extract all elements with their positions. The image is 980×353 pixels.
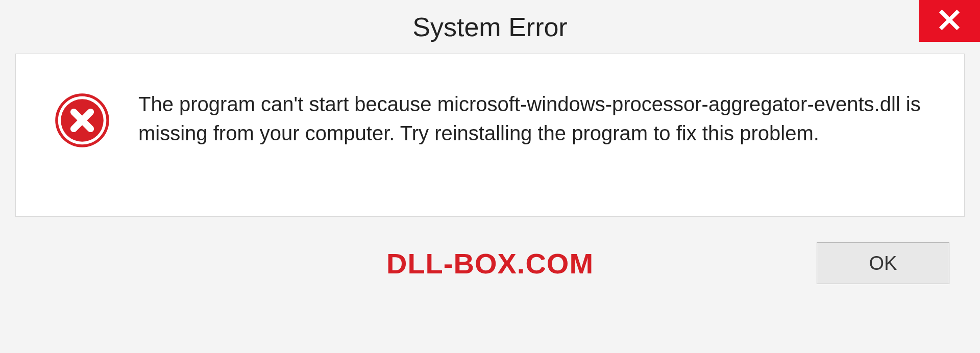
- error-dialog: System Error The program can't start bec…: [0, 0, 980, 353]
- content-area: The program can't start because microsof…: [15, 54, 965, 217]
- close-button[interactable]: [919, 0, 980, 42]
- dialog-title: System Error: [412, 12, 567, 42]
- ok-button[interactable]: OK: [817, 242, 949, 284]
- titlebar: System Error: [0, 0, 980, 54]
- footer: DLL-BOX.COM OK: [0, 217, 980, 305]
- watermark-text: DLL-BOX.COM: [386, 247, 594, 280]
- error-icon: [54, 92, 110, 148]
- close-icon: [938, 9, 961, 33]
- error-message: The program can't start because microsof…: [138, 90, 934, 148]
